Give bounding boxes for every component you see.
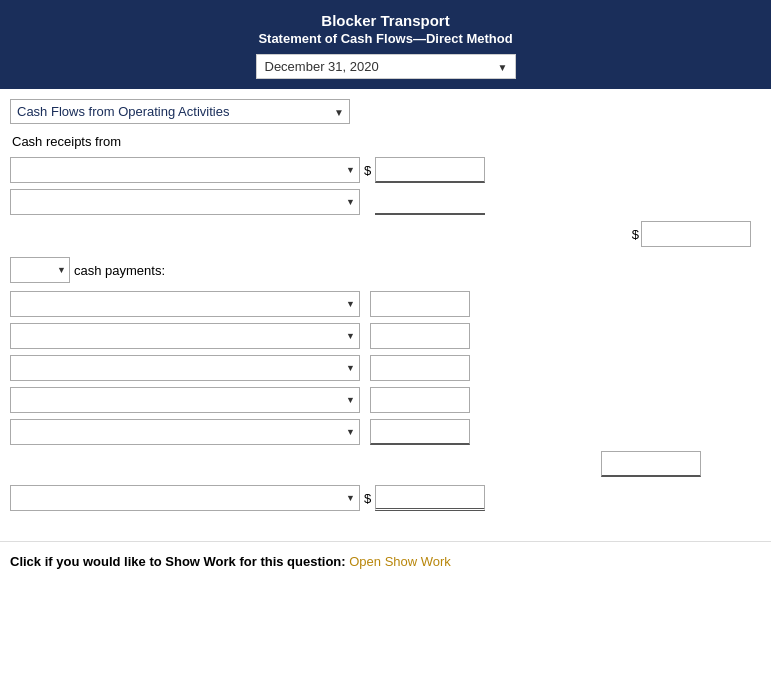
receipt-dropdown-1[interactable] — [10, 157, 360, 183]
cash-payments-prefix-select[interactable]: Less — [10, 257, 70, 283]
receipt-dropdown-1-wrapper[interactable] — [10, 157, 360, 183]
payment-amount-4[interactable] — [370, 387, 470, 413]
payment-dropdown-2-wrapper[interactable] — [10, 323, 360, 349]
receipts-subtotal-input[interactable] — [641, 221, 751, 247]
net-cash-dollar-sign: $ — [364, 491, 371, 506]
payment-dropdown-3-wrapper[interactable] — [10, 355, 360, 381]
statement-title: Statement of Cash Flows—Direct Method — [10, 31, 761, 46]
show-work-link[interactable]: Open Show Work — [349, 554, 451, 569]
footer: Click if you would like to Show Work for… — [0, 541, 771, 581]
receipt-dropdown-2-wrapper[interactable] — [10, 189, 360, 215]
dollar-sign-1: $ — [364, 163, 371, 178]
net-cash-dropdown-wrapper[interactable] — [10, 485, 360, 511]
date-select[interactable]: December 31, 2020 December 31, 2019 — [256, 54, 516, 79]
payment-amount-3[interactable] — [370, 355, 470, 381]
payment-dropdown-2[interactable] — [10, 323, 360, 349]
payment-dropdown-5-wrapper[interactable] — [10, 419, 360, 445]
payment-amount-1[interactable] — [370, 291, 470, 317]
main-content: Cash Flows from Operating Activities Cas… — [0, 89, 771, 531]
section-select[interactable]: Cash Flows from Operating Activities Cas… — [10, 99, 350, 124]
payment-row-5 — [10, 419, 761, 445]
payment-row-3 — [10, 355, 761, 381]
section-select-wrapper[interactable]: Cash Flows from Operating Activities Cas… — [10, 99, 350, 124]
payment-amount-2[interactable] — [370, 323, 470, 349]
date-select-wrapper[interactable]: December 31, 2020 December 31, 2019 — [256, 54, 516, 79]
net-cash-row: $ — [10, 485, 761, 511]
cash-payments-prefix-wrapper[interactable]: Less — [10, 257, 70, 283]
receipt-row-2: $ — [10, 189, 761, 215]
payment-row-4 — [10, 387, 761, 413]
page-header: Blocker Transport Statement of Cash Flow… — [0, 0, 771, 89]
payments-subtotal-row — [10, 451, 701, 477]
cash-payments-text: cash payments: — [74, 263, 165, 278]
payments-subtotal-input[interactable] — [601, 451, 701, 477]
cash-payments-row: Less cash payments: — [10, 257, 761, 283]
payment-dropdown-1-wrapper[interactable] — [10, 291, 360, 317]
receipt-amount-1[interactable] — [375, 157, 485, 183]
payment-dropdown-1[interactable] — [10, 291, 360, 317]
payment-dropdown-3[interactable] — [10, 355, 360, 381]
net-cash-input[interactable] — [375, 485, 485, 511]
receipts-subtotal-row: $ — [10, 221, 761, 247]
receipt-dropdown-2[interactable] — [10, 189, 360, 215]
cash-receipts-label: Cash receipts from — [10, 134, 761, 149]
receipt-row-1: $ — [10, 157, 761, 183]
payment-dropdown-4[interactable] — [10, 387, 360, 413]
payment-dropdown-5[interactable] — [10, 419, 360, 445]
payment-amount-5[interactable] — [370, 419, 470, 445]
receipt-amount-2[interactable] — [375, 189, 485, 215]
payment-row-2 — [10, 323, 761, 349]
payment-row-1 — [10, 291, 761, 317]
subtotal-dollar-sign: $ — [632, 227, 639, 242]
net-cash-dropdown[interactable] — [10, 485, 360, 511]
section-select-row: Cash Flows from Operating Activities Cas… — [10, 99, 761, 124]
footer-label: Click if you would like to Show Work for… — [10, 554, 346, 569]
payment-dropdown-4-wrapper[interactable] — [10, 387, 360, 413]
company-name: Blocker Transport — [10, 12, 761, 29]
